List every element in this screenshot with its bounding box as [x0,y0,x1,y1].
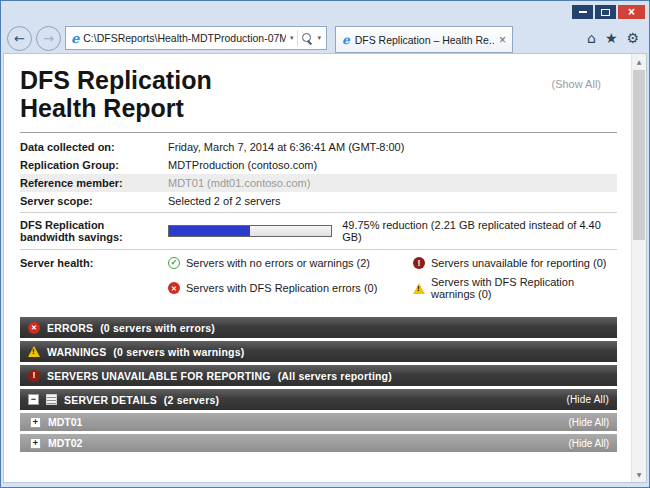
health-item-unavailable: ! Servers unavailable for reporting (0) [413,257,617,269]
error-x-icon: ✕ [168,282,180,294]
browser-toolbar: ⌂ ★ ⚙ [587,30,643,46]
health-item-errors: ✕ Servers with DFS Replication errors (0… [168,276,413,300]
scroll-down-icon[interactable]: ▼ [632,467,646,482]
hide-all-link[interactable]: (Hide All) [568,417,609,428]
tab-title: DFS Replication – Health Re... [355,34,494,46]
error-x-icon: ✕ [28,322,40,334]
server-name: MDT01 [48,416,82,428]
forward-button[interactable]: → [36,26,61,51]
section-warnings[interactable]: ! WARNINGS (0 servers with warnings) [20,341,617,362]
minimize-button[interactable] [572,5,593,19]
warning-triangle-icon: ! [28,346,40,357]
page-title: DFS Replication Health Report [20,66,617,122]
server-icon [46,394,57,405]
vertical-scrollbar[interactable]: ▲ ▼ [631,54,646,482]
back-arrow-icon: ← [14,31,25,46]
section-title: SERVERS UNAVAILABLE FOR REPORTING [47,370,271,382]
field-value: MDTProduction (contoso.com) [168,159,317,171]
server-health-grid: ✓ Servers with no errors or warnings (2)… [168,257,617,300]
search-icon[interactable] [302,33,313,44]
health-item-label: Servers unavailable for reporting (0) [431,257,606,269]
field-label: Data collected on: [20,141,168,153]
unavailable-icon: ! [413,257,425,269]
field-row-server-health: Server health: ✓ Servers with no errors … [20,250,617,303]
ie-favicon-icon: e [71,32,79,45]
report-sections: ✕ ERRORS (0 servers with errors) ! WARNI… [20,317,617,452]
section-subtitle: (0 servers with errors) [100,322,215,334]
field-value: Friday, March 7, 2014 at 6:36:41 AM (GMT… [168,141,404,153]
section-errors[interactable]: ✕ ERRORS (0 servers with errors) [20,317,617,338]
section-subtitle: (0 servers with warnings) [113,346,244,358]
maximize-button[interactable] [595,5,616,19]
forward-arrow-icon: → [43,31,54,46]
page-content: (Show All) DFS Replication Health Report… [3,53,647,483]
field-label: Replication Group: [20,159,168,171]
show-all-link[interactable]: (Show All) [551,78,601,90]
search-dropdown-icon[interactable]: ▾ [317,34,321,42]
field-row-server-scope: Server scope: Selected 2 of 2 servers [20,192,617,210]
section-server-details[interactable]: − SERVER DETAILS (2 servers) (Hide All) [20,389,617,410]
bandwidth-fill [169,226,250,236]
title-divider [20,132,617,133]
health-item-label: Servers with no errors or warnings (2) [186,257,370,269]
field-value: Selected 2 of 2 servers [168,195,281,207]
address-history-caret-icon[interactable]: ▾ [290,34,294,42]
expand-plus-icon[interactable]: + [30,438,41,449]
field-row-reference-member: Reference member: MDT01 (mdt01.contoso.c… [20,174,617,192]
close-icon: × [628,6,635,18]
title-bar: × [1,1,649,21]
back-button[interactable]: ← [7,26,32,51]
field-label: Server scope: [20,195,168,207]
address-divider [297,30,298,46]
close-button[interactable]: × [618,5,645,19]
section-title: ERRORS [47,322,93,334]
section-title: WARNINGS [47,346,106,358]
hide-all-link[interactable]: (Hide All) [568,438,609,449]
address-url[interactable]: C:\DFSReports\Health-MDTProduction-07M [83,32,286,44]
warning-triangle-icon: ! [413,283,425,294]
health-item-label: Servers with DFS Replication warnings (0… [431,276,617,300]
field-label: Reference member: [20,177,168,189]
expand-plus-icon[interactable]: + [30,417,41,428]
server-name: MDT02 [48,437,82,449]
report-body: (Show All) DFS Replication Health Report… [4,54,631,482]
report-fields: Data collected on: Friday, March 7, 2014… [20,138,617,303]
field-row-replication-group: Replication Group: MDTProduction (contos… [20,156,617,174]
health-item-label: Servers with DFS Replication errors (0) [186,282,377,294]
settings-gear-icon[interactable]: ⚙ [626,30,639,46]
health-item-ok: ✓ Servers with no errors or warnings (2) [168,257,413,269]
tab-dfs-report[interactable]: e DFS Replication – Health Re... × [335,26,513,53]
navigation-bar: ← → e C:\DFSReports\Health-MDTProduction… [1,21,649,53]
bandwidth-progress-bar [168,225,332,237]
page-title-line2: Health Report [20,94,617,122]
maximize-icon [601,9,610,16]
unavailable-icon: ! [28,370,40,382]
field-row-data-collected: Data collected on: Friday, March 7, 2014… [20,138,617,156]
field-label: DFS Replication bandwidth savings: [20,219,168,243]
field-label: Server health: [20,257,168,269]
health-item-warnings: ! Servers with DFS Replication warnings … [413,276,617,300]
section-subtitle: (All servers reporting) [278,370,392,382]
server-row-mdt02[interactable]: + MDT02 (Hide All) [20,434,617,452]
scrollbar-thumb[interactable] [633,70,645,240]
bandwidth-text: 49.75% reduction (2.21 GB replicated ins… [342,219,617,243]
address-bar[interactable]: e C:\DFSReports\Health-MDTProduction-07M… [65,26,327,50]
favorites-star-icon[interactable]: ★ [605,30,618,46]
section-unavailable[interactable]: ! SERVERS UNAVAILABLE FOR REPORTING (All… [20,365,617,386]
collapse-minus-icon[interactable]: − [28,394,39,405]
field-row-bandwidth: DFS Replication bandwidth savings: 49.75… [20,212,617,250]
server-row-mdt01[interactable]: + MDT01 (Hide All) [20,413,617,431]
section-subtitle: (2 servers) [164,394,219,406]
tab-close-icon[interactable]: × [499,34,506,46]
section-title: SERVER DETAILS [64,394,157,406]
home-icon[interactable]: ⌂ [587,30,596,46]
minimize-icon [579,11,587,13]
browser-window: × ← → e C:\DFSReports\Health-MDTProducti… [0,0,650,488]
field-value: MDT01 (mdt01.contoso.com) [168,177,310,189]
tab-favicon-icon: e [342,34,350,46]
scroll-up-icon[interactable]: ▲ [632,54,646,69]
ok-check-icon: ✓ [168,257,180,269]
hide-all-link[interactable]: (Hide All) [566,394,609,405]
page-title-line1: DFS Replication [20,66,617,94]
